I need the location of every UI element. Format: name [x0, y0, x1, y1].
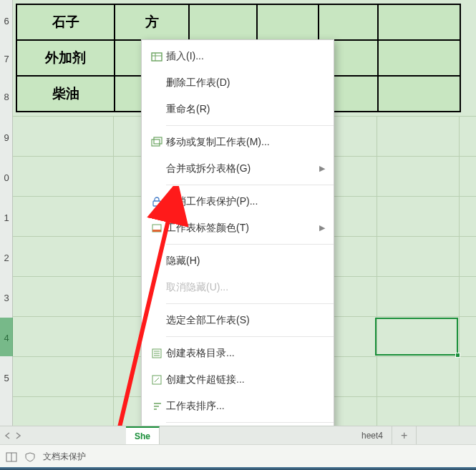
row-number[interactable]: 0	[0, 172, 13, 183]
menu-label: 工作表标签颜色(T)	[166, 222, 319, 235]
menu-label: 隐藏(H)	[166, 255, 325, 268]
menu-create-toc[interactable]: 创建表格目录...	[142, 340, 334, 366]
toc-icon	[147, 348, 166, 359]
row-number[interactable]: 1	[0, 212, 13, 223]
cell[interactable]	[378, 40, 460, 76]
menu-label: 合并或拆分表格(G)	[166, 162, 319, 175]
sheet-context-menu: 插入(I)... 删除工作表(D) 重命名(R) 移动或复制工作表(M)... …	[141, 39, 334, 456]
move-copy-icon	[147, 137, 166, 148]
row-number[interactable]: 7	[0, 54, 13, 64]
sheet-tab[interactable]: heet4	[353, 426, 392, 444]
fill-handle[interactable]	[455, 353, 460, 358]
svg-rect-7	[152, 230, 161, 232]
tab-next-icon[interactable]	[14, 432, 21, 439]
menu-separator	[166, 125, 334, 126]
menu-sort-sheets[interactable]: 工作表排序...	[142, 393, 334, 419]
protection-status: 文档未保护	[43, 451, 86, 463]
submenu-arrow-icon: ▶	[319, 223, 325, 232]
svg-rect-0	[152, 53, 162, 61]
menu-unhide-sheet: 取消隐藏(U)...	[142, 274, 334, 300]
gridline	[377, 116, 377, 426]
gridline	[113, 116, 114, 426]
lock-icon	[147, 196, 166, 207]
menu-label: 删除工作表(D)	[166, 77, 325, 89]
add-sheet-button[interactable]: +	[392, 426, 417, 444]
submenu-arrow-icon: ▶	[319, 164, 325, 173]
row-number[interactable]: 5	[0, 373, 13, 383]
menu-insert-sheet[interactable]: 插入(I)...	[142, 43, 334, 69]
cell-material[interactable]: 外加剂	[16, 40, 115, 76]
menu-label: 创建文件超链接...	[166, 373, 325, 386]
menu-move-copy-sheet[interactable]: 移动或复制工作表(M)...	[142, 129, 334, 155]
row-number[interactable]: 6	[0, 16, 13, 26]
menu-create-hyperlink[interactable]: 创建文件超链接...	[142, 366, 334, 393]
svg-rect-3	[152, 139, 160, 146]
menu-separator	[166, 244, 334, 245]
menu-label: 创建表格目录...	[166, 347, 325, 360]
cell-material[interactable]: 柴油	[16, 76, 115, 112]
row-number[interactable]: 2	[0, 253, 13, 263]
sheet-tab-active[interactable]: She	[126, 426, 160, 444]
cell-material[interactable]: 石子	[16, 4, 115, 40]
menu-label: 工作表排序...	[166, 400, 325, 413]
menu-label: 撤消工作表保护(P)...	[166, 195, 325, 208]
tab-prev-icon[interactable]	[4, 432, 11, 439]
cell[interactable]	[189, 4, 257, 40]
tab-color-icon	[147, 222, 166, 234]
svg-rect-5	[153, 201, 160, 206]
cell[interactable]	[319, 4, 378, 40]
menu-label: 插入(I)...	[166, 50, 325, 63]
cell[interactable]	[257, 4, 319, 40]
status-bar: 文档未保护	[0, 444, 476, 469]
menu-label: 重命名(R)	[166, 103, 325, 116]
row-number[interactable]: 3	[0, 293, 13, 303]
cell-unit[interactable]: 方	[115, 4, 189, 40]
row-number-gutter: 6 7 8 9 0 1 2 3 4 5	[0, 0, 13, 426]
menu-separator	[166, 303, 334, 304]
sheet-tab-bar: She heet4 +	[0, 426, 476, 444]
menu-label: 取消隐藏(U)...	[166, 281, 325, 294]
row-number[interactable]: 9	[0, 132, 13, 143]
worksheet-area[interactable]: 6 7 8 9 0 1 2 3 4 5 石子 方 外加剂 吨	[0, 0, 476, 426]
menu-rename-sheet[interactable]: 重命名(R)	[142, 96, 334, 122]
menu-tab-color[interactable]: 工作表标签颜色(T) ▶	[142, 215, 334, 241]
svg-rect-4	[154, 137, 162, 144]
insert-sheet-icon	[147, 51, 166, 62]
cell[interactable]	[378, 76, 460, 112]
menu-hide-sheet[interactable]: 隐藏(H)	[142, 248, 334, 274]
selected-cell-outline	[375, 318, 458, 356]
hyperlink-icon	[147, 374, 166, 386]
menu-separator	[166, 185, 334, 185]
menu-delete-sheet[interactable]: 删除工作表(D)	[142, 69, 334, 96]
row-number[interactable]: 8	[0, 92, 13, 102]
active-row-marker	[0, 318, 13, 356]
shield-icon[interactable]	[24, 451, 36, 463]
menu-separator	[166, 422, 334, 423]
menu-label: 移动或复制工作表(M)...	[166, 136, 325, 149]
layout-icon[interactable]	[6, 451, 17, 463]
taskbar-edge	[0, 467, 476, 470]
menu-unprotect-sheet[interactable]: 撤消工作表保护(P)...	[142, 188, 334, 215]
tab-nav-controls[interactable]	[0, 426, 26, 444]
gridline	[459, 116, 460, 426]
menu-merge-split[interactable]: 合并或拆分表格(G) ▶	[142, 155, 334, 182]
menu-separator	[166, 336, 334, 337]
cell[interactable]	[378, 4, 460, 40]
sort-icon	[147, 401, 166, 412]
menu-label: 选定全部工作表(S)	[166, 314, 325, 327]
menu-select-all-sheets[interactable]: 选定全部工作表(S)	[142, 307, 334, 333]
table-row: 石子 方	[16, 4, 460, 40]
